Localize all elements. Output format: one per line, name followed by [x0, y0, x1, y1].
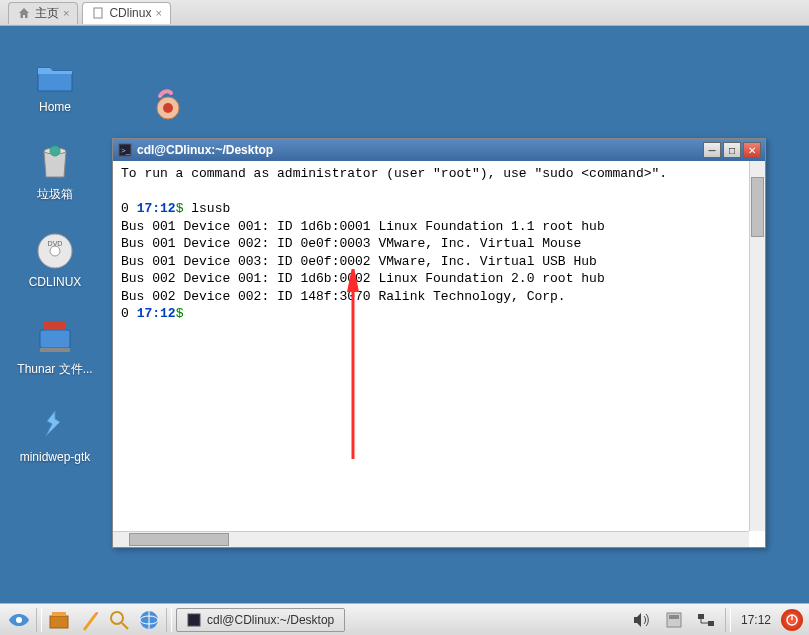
folder-home-icon — [35, 56, 75, 96]
network-icon[interactable] — [693, 607, 719, 633]
svg-point-10 — [163, 103, 173, 113]
terminal-output-line: Bus 001 Device 001: ID 1d6b:0001 Linux F… — [121, 218, 757, 236]
terminal-icon — [187, 613, 201, 627]
svg-text:DVD: DVD — [48, 240, 63, 247]
desktop-icon-trash[interactable]: 垃圾箱 — [15, 142, 95, 203]
blank-line — [121, 183, 757, 201]
tab-label: 主页 — [35, 5, 59, 22]
desktop-icon-home[interactable]: Home — [15, 56, 95, 114]
page-icon — [91, 6, 105, 20]
dvd-icon: DVD — [35, 231, 75, 271]
icon-label: minidwep-gtk — [20, 450, 91, 464]
trash-icon — [35, 142, 75, 182]
svg-rect-0 — [94, 8, 102, 18]
search-launcher-icon[interactable] — [106, 607, 132, 633]
svg-rect-8 — [40, 348, 70, 352]
volume-icon[interactable] — [629, 607, 655, 633]
svg-text:>_: >_ — [121, 146, 131, 155]
file-manager-launcher-icon[interactable] — [46, 607, 72, 633]
tab-label: CDlinux — [109, 6, 151, 20]
minimize-button[interactable]: ─ — [703, 142, 721, 158]
svg-point-2 — [50, 146, 60, 156]
icon-label: 垃圾箱 — [37, 186, 73, 203]
svg-point-14 — [16, 617, 22, 623]
browser-tab-home[interactable]: 主页 × — [8, 2, 78, 24]
taskbar-separator — [166, 608, 172, 632]
task-label: cdl@CDlinux:~/Desktop — [207, 613, 334, 627]
taskbar: cdl@CDlinux:~/Desktop 17:12 — [0, 603, 809, 635]
taskbar-separator — [36, 608, 42, 632]
svg-rect-6 — [40, 330, 70, 348]
svg-rect-15 — [50, 616, 68, 628]
terminal-hint: To run a command as administrator (user … — [121, 165, 757, 183]
svg-rect-7 — [44, 322, 66, 330]
tray-launcher-icon[interactable] — [661, 607, 687, 633]
svg-point-4 — [50, 246, 60, 256]
svg-point-17 — [111, 612, 123, 624]
terminal-output-line: Bus 001 Device 002: ID 0e0f:0003 VMware,… — [121, 235, 757, 253]
taskbar-task-terminal[interactable]: cdl@CDlinux:~/Desktop — [176, 608, 345, 632]
svg-rect-25 — [698, 614, 704, 619]
tab-close-icon[interactable]: × — [63, 7, 69, 19]
terminal-body[interactable]: To run a command as administrator (user … — [113, 161, 765, 547]
terminal-output-line: Bus 001 Device 003: ID 0e0f:0002 VMware,… — [121, 253, 757, 271]
icon-label: Home — [39, 100, 71, 114]
svg-rect-24 — [669, 615, 679, 619]
editor-launcher-icon[interactable] — [76, 607, 102, 633]
close-button[interactable]: ✕ — [743, 142, 761, 158]
scrollbar-vertical[interactable] — [749, 161, 765, 531]
terminal-window: >_ cdl@CDlinux:~/Desktop ─ □ ✕ To run a … — [112, 138, 766, 548]
svg-line-18 — [122, 623, 128, 629]
desktop[interactable]: Home 垃圾箱 DVD CDLINUX Thunar 文件... minidw… — [0, 26, 809, 603]
terminal-icon: >_ — [117, 142, 133, 158]
terminal-prompt-line: 0 17:12$ lsusb — [121, 200, 757, 218]
system-tray: 17:12 — [629, 607, 803, 633]
terminal-output-line: Bus 002 Device 001: ID 1d6b:0002 Linux F… — [121, 270, 757, 288]
browser-launcher-icon[interactable] — [136, 607, 162, 633]
home-icon — [17, 6, 31, 20]
terminal-output-line: Bus 002 Device 002: ID 148f:3070 Ralink … — [121, 288, 757, 306]
minidwep-icon — [35, 406, 75, 446]
window-titlebar[interactable]: >_ cdl@CDlinux:~/Desktop ─ □ ✕ — [113, 139, 765, 161]
maximize-button[interactable]: □ — [723, 142, 741, 158]
start-menu-icon[interactable] — [6, 607, 32, 633]
browser-tab-cdlinux[interactable]: CDlinux × — [82, 2, 170, 24]
terminal-command: lsusb — [191, 201, 230, 216]
desktop-icon-minidwep[interactable]: minidwep-gtk — [15, 406, 95, 464]
window-title: cdl@CDlinux:~/Desktop — [137, 143, 699, 157]
svg-rect-16 — [52, 612, 66, 616]
floating-icon[interactable] — [150, 86, 186, 122]
terminal-prompt-line: 0 17:12$ — [121, 305, 757, 323]
svg-rect-22 — [188, 614, 200, 626]
icon-label: Thunar 文件... — [17, 361, 92, 378]
power-button[interactable] — [781, 609, 803, 631]
taskbar-separator — [725, 608, 731, 632]
scrollbar-horizontal[interactable] — [113, 531, 749, 547]
browser-tab-strip: 主页 × CDlinux × — [0, 0, 809, 26]
scrollbar-thumb[interactable] — [129, 533, 229, 546]
icon-label: CDLINUX — [29, 275, 82, 289]
window-buttons: ─ □ ✕ — [703, 142, 761, 158]
thunar-icon — [35, 317, 75, 357]
taskbar-clock[interactable]: 17:12 — [737, 613, 775, 627]
desktop-icons: Home 垃圾箱 DVD CDLINUX Thunar 文件... minidw… — [15, 56, 95, 464]
scrollbar-thumb[interactable] — [751, 177, 764, 237]
desktop-icon-thunar[interactable]: Thunar 文件... — [15, 317, 95, 378]
tab-close-icon[interactable]: × — [155, 7, 161, 19]
desktop-icon-cdlinux[interactable]: DVD CDLINUX — [15, 231, 95, 289]
